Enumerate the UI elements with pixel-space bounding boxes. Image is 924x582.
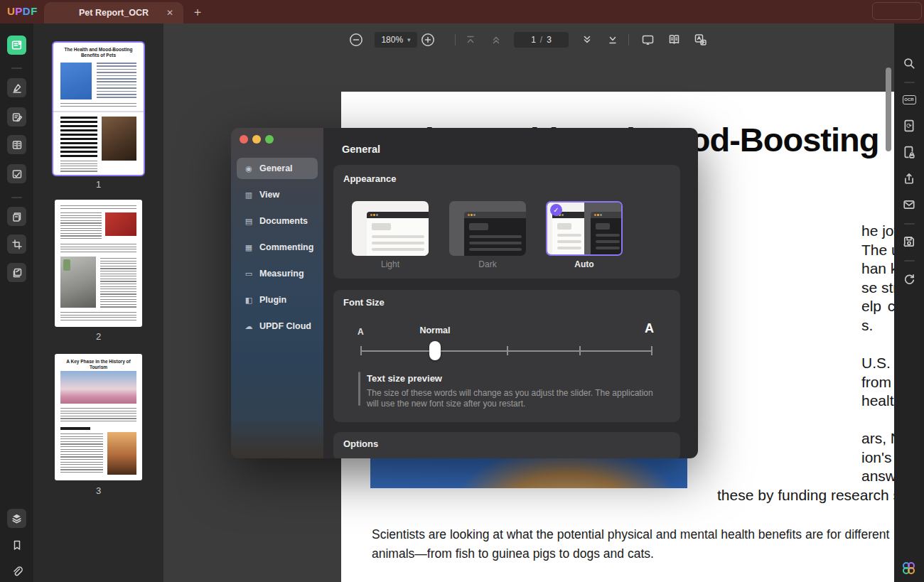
preferences-dialog: ◉ General ▥ View ▤ Documents ▦ Commentin…: [231, 128, 698, 458]
attachment-paperclip-icon[interactable]: [7, 561, 26, 581]
document-tab[interactable]: Pet Report_OCR ✕: [44, 2, 183, 23]
dialog-nav-general[interactable]: ◉ General: [237, 158, 318, 179]
dialog-nav-documents[interactable]: ▤ Documents: [237, 210, 318, 232]
dialog-main-panel: General Appearance Light Da: [323, 128, 698, 458]
font-size-slider-thumb[interactable]: [429, 341, 441, 360]
redo-icon[interactable]: [902, 271, 916, 286]
appearance-card: Appearance Light Dark ✓: [333, 165, 680, 279]
edit-pdf-icon[interactable]: [7, 107, 26, 126]
thumb1-page-break: [53, 111, 144, 112]
zoom-traffic-light[interactable]: [265, 135, 274, 144]
organize-pages-icon[interactable]: [7, 207, 26, 226]
measuring-icon: ▭: [244, 269, 254, 279]
font-size-current-label: Normal: [404, 325, 466, 335]
thumbnail-panel: The Health and Mood-Boosting Benefits of…: [33, 23, 163, 582]
thumb2-page-number: 2: [33, 331, 163, 342]
preview-accent-bar: [358, 372, 360, 406]
thumb1-text-lines: [97, 63, 136, 99]
protect-lock-icon[interactable]: [902, 145, 916, 159]
annotate-highlighter-icon[interactable]: [7, 78, 26, 97]
minimize-traffic-light[interactable]: [252, 135, 261, 144]
mail-icon[interactable]: [902, 198, 916, 212]
tab-title: Pet Report_OCR: [79, 8, 149, 18]
sidebar-divider: [904, 82, 915, 83]
zoom-out-button[interactable]: [349, 33, 363, 47]
layers-icon[interactable]: [7, 509, 26, 528]
convert-icon[interactable]: ⟳: [902, 119, 916, 133]
small-a-label: A: [358, 327, 364, 337]
documents-icon: ▤: [244, 217, 254, 226]
large-a-label: A: [645, 321, 654, 336]
tab-close-icon[interactable]: ✕: [166, 8, 173, 18]
new-tab-button[interactable]: ＋: [189, 3, 206, 20]
theme-option-dark[interactable]: [449, 201, 526, 256]
presentation-mode-icon[interactable]: [641, 33, 655, 46]
check-icon: ✓: [550, 204, 562, 216]
dialog-nav-measuring[interactable]: ▭ Measuring: [237, 263, 318, 284]
dialog-nav-commenting[interactable]: ▦ Commenting: [237, 237, 318, 258]
thumb3-city-photo: [60, 371, 136, 404]
updf-app-window: UPDF Pet Report_OCR ✕ ＋: [0, 0, 924, 582]
sign-icon[interactable]: [7, 164, 26, 183]
doc-paragraph-line: Scientists are looking at what the poten…: [372, 527, 889, 542]
font-size-card: Font Size A Normal A Text size preview T…: [333, 290, 680, 422]
dialog-nav-updf-cloud[interactable]: ☁ UPDF Cloud: [237, 316, 318, 337]
updf-logo: UPDF: [7, 5, 38, 17]
save-icon[interactable]: [902, 235, 916, 249]
vertical-scrollbar-thumb[interactable]: [886, 68, 891, 151]
options-heading: Options: [343, 438, 378, 449]
page-indicator[interactable]: 1 / 3: [514, 32, 569, 48]
ai-assistant-icon[interactable]: [902, 561, 916, 576]
thumb1-title: The Health and Mood-Boosting Benefits of…: [60, 47, 136, 58]
ocr-icon[interactable]: OCR: [902, 92, 916, 107]
total-pages: 3: [547, 35, 552, 45]
preview-description: will use the new font size after you res…: [367, 399, 525, 409]
last-page-button[interactable]: [607, 34, 618, 45]
reader-mode-icon[interactable]: [7, 36, 26, 55]
thumb1-bold-text-block: [60, 117, 97, 158]
search-icon[interactable]: [902, 56, 916, 70]
forms-icon[interactable]: [7, 135, 26, 154]
doc-paragraph-line: animals—from fish to guinea pigs to dogs…: [372, 546, 654, 561]
thumb1-cat-photo: [60, 63, 92, 99]
close-traffic-light[interactable]: [240, 135, 248, 144]
toolbar-divider: [628, 34, 629, 45]
plugin-icon: ◧: [244, 296, 254, 305]
theme-option-light[interactable]: [352, 201, 429, 256]
text-size-preview-title: Text size preview: [367, 373, 442, 384]
font-size-heading: Font Size: [343, 297, 385, 308]
zoom-in-button[interactable]: [421, 33, 435, 47]
translate-icon[interactable]: [694, 33, 707, 46]
dialog-nav-plugin[interactable]: ◧ Plugin: [237, 289, 318, 311]
crop-icon[interactable]: [7, 235, 26, 254]
sidebar-divider: [11, 68, 22, 69]
stamp-watermark-icon[interactable]: [7, 263, 26, 282]
current-page: 1: [531, 35, 536, 45]
sidebar-divider: [904, 223, 915, 225]
cloud-icon: ☁: [244, 322, 254, 331]
theme-option-auto[interactable]: ✓: [546, 201, 623, 256]
bookmark-icon[interactable]: [7, 535, 26, 554]
theme-label-auto: Auto: [546, 259, 623, 269]
view-icon: ▥: [244, 190, 254, 200]
font-size-slider-track[interactable]: [360, 350, 652, 352]
zoom-level-dropdown[interactable]: 180%▾: [375, 32, 417, 48]
general-icon: ◉: [244, 164, 254, 173]
previous-page-button[interactable]: [490, 34, 502, 45]
toolbar-divider: [455, 34, 456, 45]
first-page-button[interactable]: [465, 34, 476, 45]
thumb3-title: A Key Phase in the History of Tourism: [62, 359, 135, 370]
thumbnail-page-1[interactable]: The Health and Mood-Boosting Benefits of…: [52, 41, 145, 176]
thumb2-red-photo: [105, 212, 136, 236]
thumbnail-page-2[interactable]: [55, 200, 142, 327]
share-export-icon[interactable]: [902, 171, 916, 185]
dialog-nav-view[interactable]: ▥ View: [237, 184, 318, 205]
thumb3-page-number: 3: [33, 485, 163, 496]
dialog-title: General: [342, 144, 380, 155]
thumbnail-page-3[interactable]: A Key Phase in the History of Tourism: [55, 354, 142, 480]
thumb3-eiffel-photo: [107, 432, 136, 475]
dialog-sidebar: ◉ General ▥ View ▤ Documents ▦ Commentin…: [231, 128, 323, 458]
reading-mode-icon[interactable]: [667, 33, 681, 46]
next-page-button[interactable]: [581, 34, 593, 45]
options-card: Options: [333, 432, 680, 458]
